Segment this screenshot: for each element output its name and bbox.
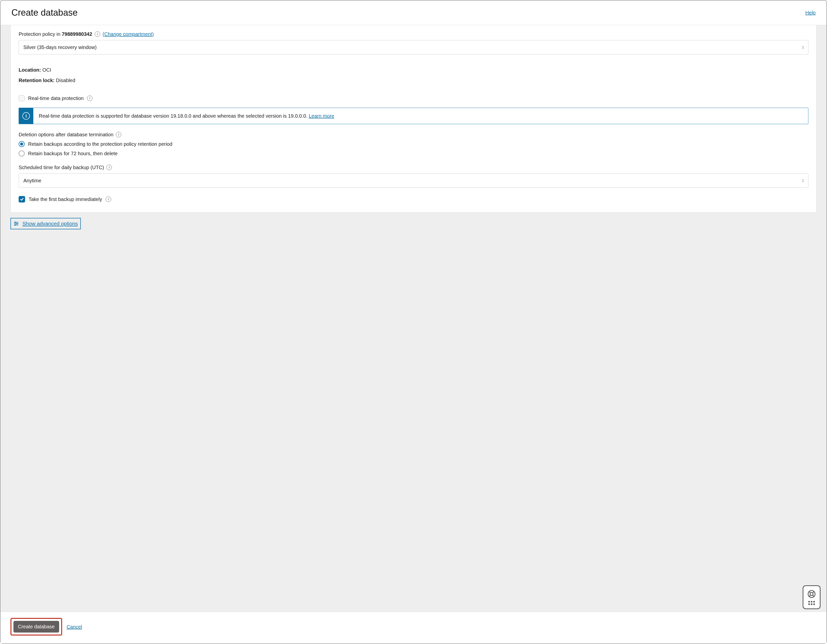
info-icon[interactable]: i xyxy=(106,165,112,170)
svg-line-8 xyxy=(809,591,810,593)
svg-point-5 xyxy=(15,225,16,226)
sliders-icon xyxy=(13,221,19,227)
show-advanced-options[interactable]: Show advanced options xyxy=(11,218,81,229)
info-icon[interactable]: i xyxy=(116,132,121,137)
radio-unselected[interactable] xyxy=(19,150,25,156)
create-button-highlight: Create database xyxy=(11,618,62,636)
info-icon: i xyxy=(22,112,30,120)
realtime-info-banner: i Real-time data protection is supported… xyxy=(19,108,808,124)
svg-point-7 xyxy=(810,592,813,596)
schedule-selected: Anytime xyxy=(23,177,41,184)
chevron-up-down-icon: ▴▾ xyxy=(802,45,804,49)
lifebuoy-icon xyxy=(807,589,816,599)
location-value: OCI xyxy=(41,67,51,73)
create-database-button[interactable]: Create database xyxy=(13,621,59,633)
schedule-select[interactable]: Anytime ▴▾ xyxy=(19,174,808,188)
info-icon[interactable]: i xyxy=(87,95,92,101)
protection-policy-compartment: 79889980342 xyxy=(62,31,92,37)
info-banner-bar: i xyxy=(19,108,33,124)
backup-panel: Protection policy in 79889980342 i (Chan… xyxy=(11,25,816,213)
retention-key: Retention lock: xyxy=(19,78,55,83)
info-banner-message: Real-time data protection is supported f… xyxy=(33,108,808,124)
page-title: Create database xyxy=(11,6,78,19)
dialog-footer: Create database Cancel xyxy=(0,612,827,644)
cancel-link[interactable]: Cancel xyxy=(67,624,82,630)
retention-lock-row: Retention lock: Disabled xyxy=(19,77,808,84)
protection-policy-label: Protection policy in 79889980342 i (Chan… xyxy=(19,31,808,38)
protection-policy-label-text: Protection policy in xyxy=(19,31,62,37)
svg-point-3 xyxy=(17,223,18,224)
svg-line-10 xyxy=(809,595,810,597)
info-icon[interactable]: i xyxy=(106,197,111,202)
first-backup-label: Take the first backup immediately xyxy=(28,196,102,203)
deletion-options-text: Deletion options after database terminat… xyxy=(19,131,113,138)
help-link[interactable]: Help xyxy=(805,9,816,16)
location-row: Location: OCI xyxy=(19,66,808,73)
learn-more-link[interactable]: Learn more xyxy=(309,113,334,119)
deletion-option-72h[interactable]: Retain backups for 72 hours, then delete xyxy=(19,150,808,157)
info-banner-text: Real-time data protection is supported f… xyxy=(39,113,309,119)
support-floating-widget[interactable] xyxy=(803,585,821,609)
svg-line-11 xyxy=(813,595,815,597)
deletion-options-label: Deletion options after database terminat… xyxy=(19,131,808,138)
chevron-up-down-icon: ▴▾ xyxy=(802,178,804,183)
radio-selected[interactable] xyxy=(19,141,25,147)
show-advanced-label: Show advanced options xyxy=(22,220,78,227)
dialog-body: Protection policy in 79889980342 i (Chan… xyxy=(0,25,827,612)
change-compartment-link[interactable]: (Change compartment) xyxy=(103,31,154,38)
realtime-protection-checkbox-row: Real-time data protection i xyxy=(19,95,808,102)
svg-point-1 xyxy=(15,222,16,223)
deletion-option-1-label: Retain backups according to the protecti… xyxy=(28,141,172,147)
grid-icon xyxy=(808,601,815,605)
protection-policy-select[interactable]: Silver (35-days recovery window) ▴▾ xyxy=(19,40,808,55)
realtime-protection-checkbox[interactable] xyxy=(19,95,25,101)
first-backup-checkbox[interactable] xyxy=(19,196,25,202)
protection-policy-selected: Silver (35-days recovery window) xyxy=(23,44,97,51)
schedule-label: Scheduled time for daily backup (UTC) xyxy=(19,164,104,171)
deletion-option-retain-policy[interactable]: Retain backups according to the protecti… xyxy=(19,141,808,147)
schedule-label-row: Scheduled time for daily backup (UTC) i xyxy=(19,164,808,171)
first-backup-row: Take the first backup immediately i xyxy=(19,196,808,203)
create-database-dialog: Create database Help Protection policy i… xyxy=(0,0,827,644)
svg-line-9 xyxy=(813,591,815,593)
retention-value: Disabled xyxy=(55,78,75,83)
realtime-protection-label: Real-time data protection xyxy=(28,95,84,102)
location-key: Location: xyxy=(19,67,41,73)
info-icon[interactable]: i xyxy=(95,31,100,37)
titlebar: Create database Help xyxy=(0,0,827,25)
deletion-option-2-label: Retain backups for 72 hours, then delete xyxy=(28,150,117,157)
